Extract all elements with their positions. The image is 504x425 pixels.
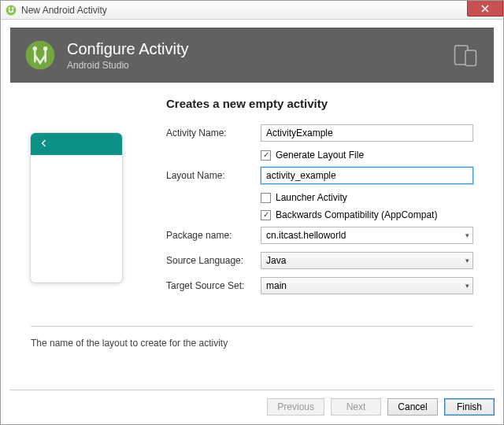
finish-button[interactable]: Finish [444,398,495,416]
source-language-label: Source Language: [166,255,261,266]
backwards-compat-checkbox[interactable]: Backwards Compatibility (AppCompat) [261,209,473,220]
hint-text: The name of the layout to create for the… [31,326,473,349]
header-subtitle: Android Studio [67,60,189,71]
titlebar: New Android Activity [1,1,503,20]
svg-point-0 [6,5,17,15]
header-title: Configure Activity [67,40,189,58]
devices-icon [451,41,480,69]
layout-name-input[interactable] [261,167,473,184]
generate-layout-label: Generate Layout File [276,150,364,161]
previous-button: Previous [267,398,324,416]
android-studio-logo-icon [6,5,17,16]
phone-mock [31,133,122,283]
wizard-header: Configure Activity Android Studio [10,28,494,83]
source-language-value: Java [266,255,286,266]
target-source-set-combo[interactable]: main ▾ [261,277,473,294]
layout-name-label: Layout Name: [166,170,261,181]
close-button[interactable] [467,1,503,17]
launcher-activity-checkbox[interactable]: Launcher Activity [261,192,473,203]
chevron-down-icon: ▾ [465,257,469,264]
wizard-footer: Previous Next Cancel Finish [9,390,495,416]
checkbox-icon [261,150,271,161]
activity-name-input[interactable] [261,124,473,142]
backwards-compat-label: Backwards Compatibility (AppCompat) [276,209,437,220]
svg-point-1 [9,6,10,8]
checkbox-icon [261,193,271,203]
package-name-combo[interactable]: cn.itcast.helloworld ▾ [261,227,473,244]
activity-preview [31,97,141,302]
svg-point-3 [26,41,55,70]
svg-rect-7 [465,50,476,66]
cancel-button[interactable]: Cancel [387,398,438,416]
checkbox-icon [261,210,271,220]
back-arrow-icon [39,138,50,151]
svg-point-2 [12,6,13,8]
next-button: Next [331,398,381,416]
launcher-activity-label: Launcher Activity [276,192,347,203]
window-title: New Android Activity [21,5,107,16]
target-source-set-label: Target Source Set: [166,280,261,291]
chevron-down-icon: ▾ [465,282,469,290]
source-language-combo[interactable]: Java ▾ [261,252,473,269]
activity-name-label: Activity Name: [166,128,261,139]
generate-layout-checkbox[interactable]: Generate Layout File [261,150,473,161]
form-heading: Creates a new empty activity [166,97,473,110]
target-source-set-value: main [266,280,287,291]
package-name-label: Package name: [166,230,261,241]
package-name-value: cn.itcast.helloworld [266,230,346,241]
android-studio-logo-icon [24,39,56,71]
svg-point-4 [33,46,37,50]
chevron-down-icon: ▾ [465,231,469,239]
svg-point-5 [43,46,47,50]
